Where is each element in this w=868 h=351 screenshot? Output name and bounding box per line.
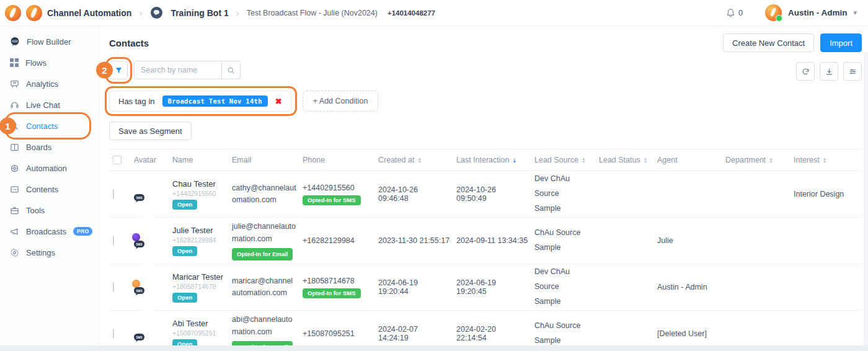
contact-email: julie@channelautomation.com [232,222,296,242]
select-all-checkbox[interactable] [113,156,122,164]
contact-phone: +14402915560 [303,184,372,192]
sidebar-label: Flows [25,58,46,68]
analytics-board-icon [10,79,19,89]
import-button[interactable]: Import [820,33,862,52]
breadcrumb-flow[interactable]: Test Broadcast Flow - Julie (Nov2024) [247,9,378,17]
lead-source: Dev ChAu Source Sample [534,172,591,216]
table-row[interactable]: SMS Julie Tester +16282129984 Open julie… [109,218,862,264]
contact-phone-sub: +16282129984 [172,236,226,244]
sort-icon: ▲▼ [512,157,516,163]
contact-name[interactable]: Julie Tester [172,226,226,235]
lead-source: ChAu Source Sample [534,226,591,255]
column-header-last-interaction[interactable]: Last Interaction▲▼ [456,156,534,164]
add-condition-button[interactable]: + Add Condition [303,91,379,112]
sidebar-item-automation[interactable]: Automation [0,158,99,179]
sms-channel-badge-icon: SMS [134,241,144,249]
sidebar-item-live-chat[interactable]: Live Chat [0,94,99,115]
status-badge: Open [172,200,197,210]
created-at: 2023-11-30 21:55:17 [378,236,456,245]
contact-name[interactable]: Abi Tester [172,319,226,328]
breadcrumb-bot[interactable]: Training Bot 1 [170,8,228,18]
contact-email: cathy@channelautomation.com [232,184,296,204]
svg-text:SMS: SMS [12,40,18,43]
email-optin-badge: Opted-In for Email [232,248,293,260]
sms-channel-badge-icon: SMS [134,334,144,342]
sidebar-label: Live Chat [26,100,60,110]
svg-text:SMS: SMS [136,290,143,293]
contact-phone-sub: +14402915560 [172,190,226,197]
contact-phone: +15087095251 [303,329,372,338]
user-name[interactable]: Austin - Admin [788,8,848,17]
notifications-button[interactable]: 0 [726,8,743,17]
sort-icon: ▲▼ [582,157,585,163]
scrollbar-track[interactable] [864,52,868,345]
created-at: 2024-06-19 19:20:44 [378,278,456,296]
condition-tag[interactable]: Broadcast Test Nov 14th [162,96,268,107]
funnel-icon [115,66,123,74]
status-badge: Open [172,293,197,303]
top-header: Channel Automation › Training Bot 1 › Te… [0,0,868,26]
table-row[interactable]: SMS Chau Tester +14402915560 Open cathy@… [109,171,862,218]
sidebar-label: Contents [26,185,58,194]
column-header-lead-source[interactable]: Lead Source▲▼ [534,156,599,164]
search-button[interactable] [222,61,241,79]
gear-icon [10,248,19,257]
chat-bubble-sms-icon: SMS [10,37,20,47]
download-button[interactable] [820,62,838,81]
sidebar-label: Settings [26,248,55,257]
bot-avatar-icon [151,7,162,19]
contact-name[interactable]: Chau Tester [172,179,226,189]
agent: Julie [657,236,725,245]
contact-phone-sub: +18058714678 [172,283,226,290]
sidebar-item-broadcasts[interactable]: Broadcasts PRO [0,221,99,242]
refresh-button[interactable] [796,62,815,81]
row-checkbox[interactable] [113,236,114,246]
automation-wheel-icon [10,164,19,173]
column-header-avatar: Avatar [134,156,172,164]
chevron-down-icon[interactable]: ▾ [853,9,857,17]
save-as-segment-button[interactable]: Save as Segment [109,122,192,140]
workspace-logo-icon[interactable] [26,5,42,21]
kanban-board-icon [10,143,19,152]
sidebar-item-contents[interactable]: Contents [0,179,99,200]
pro-badge: PRO [73,227,92,236]
contact-phone: +16282129984 [303,236,372,245]
notification-count: 0 [738,9,743,17]
row-checkbox[interactable] [113,329,114,339]
main-content: Contacts Create New Contact Import 2 [99,26,868,351]
column-header-agent: Agent [657,156,725,164]
sidebar-item-contacts[interactable]: 1 Contacts [0,115,99,136]
column-header-lead-status[interactable]: Lead Status▲▼ [599,156,657,164]
row-checkbox[interactable] [113,189,114,199]
column-header-name: Name [172,156,232,164]
column-settings-button[interactable] [843,62,862,81]
agent: Austin - Admin [657,283,725,291]
sidebar-item-boards[interactable]: Boards [0,136,99,158]
status-badge: Open [172,246,197,256]
tutorial-step-2-badge: 2 [96,62,113,79]
contents-card-icon [10,185,19,194]
search-input[interactable] [134,61,222,79]
sidebar-item-settings[interactable]: Settings [0,242,99,263]
bell-icon [726,8,735,17]
sort-icon: ▲▼ [644,157,647,163]
column-header-created-at[interactable]: Created at▲▼ [378,156,456,164]
row-checkbox[interactable] [113,282,114,292]
contact-name[interactable]: Maricar Tester [172,272,226,282]
sidebar-item-flows[interactable]: Flows [0,52,99,73]
bottom-scrollbar-track[interactable] [0,345,868,351]
user-avatar[interactable] [765,4,782,21]
column-header-interest[interactable]: Interest▲▼ [794,156,862,164]
table-row[interactable]: SMS Maricar Tester +18058714678 Open mar… [109,264,862,311]
search-icon [227,66,235,74]
table-header-row: Avatar Name Email Phone Created at▲▼ Las… [109,149,862,171]
sidebar-item-tools[interactable]: Tools [0,200,99,221]
sidebar-item-flow-builder[interactable]: SMS Flow Builder [0,31,99,52]
sidebar-label: Analytics [26,79,58,89]
breadcrumb: Channel Automation › Training Bot 1 › Te… [5,5,435,21]
create-new-contact-button[interactable]: Create New Contact [723,33,814,52]
column-header-department[interactable]: Department▲▼ [725,156,794,164]
remove-condition-icon[interactable]: ✖ [275,97,282,106]
sidebar-item-analytics[interactable]: Analytics [0,73,99,94]
breadcrumb-app[interactable]: Channel Automation [47,8,131,18]
